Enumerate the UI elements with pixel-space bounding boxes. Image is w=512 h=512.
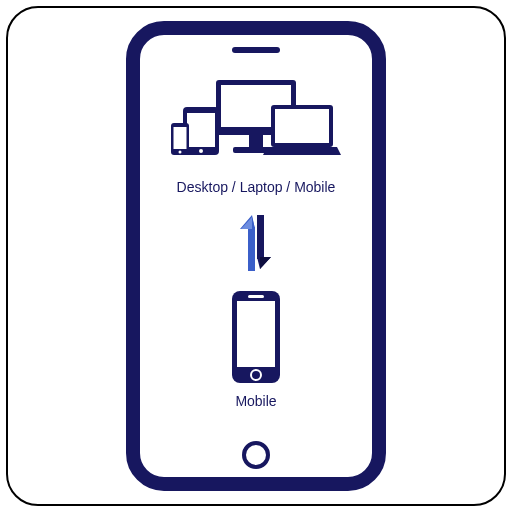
devices-label: Desktop / Laptop / Mobile [177, 179, 336, 195]
outer-rounded-frame: Desktop / Laptop / Mobile [6, 6, 506, 506]
devices-icon [171, 75, 341, 175]
svg-rect-2 [249, 135, 263, 147]
sync-arrows-icon [231, 215, 281, 271]
svg-rect-13 [257, 215, 264, 259]
svg-rect-16 [248, 295, 264, 298]
svg-rect-10 [174, 127, 187, 149]
mobile-icon [228, 289, 284, 389]
devices-group: Desktop / Laptop / Mobile [171, 75, 341, 195]
svg-rect-15 [237, 301, 275, 367]
phone-home-button-icon [242, 441, 270, 469]
phone-speaker-icon [232, 47, 280, 53]
svg-rect-5 [275, 109, 329, 143]
phone-outline-icon: Desktop / Laptop / Mobile [126, 21, 386, 491]
mobile-label: Mobile [235, 393, 276, 409]
mobile-group: Mobile [228, 289, 284, 409]
svg-rect-12 [248, 227, 255, 271]
svg-point-11 [179, 151, 182, 154]
svg-point-8 [199, 149, 203, 153]
svg-rect-7 [187, 113, 215, 147]
